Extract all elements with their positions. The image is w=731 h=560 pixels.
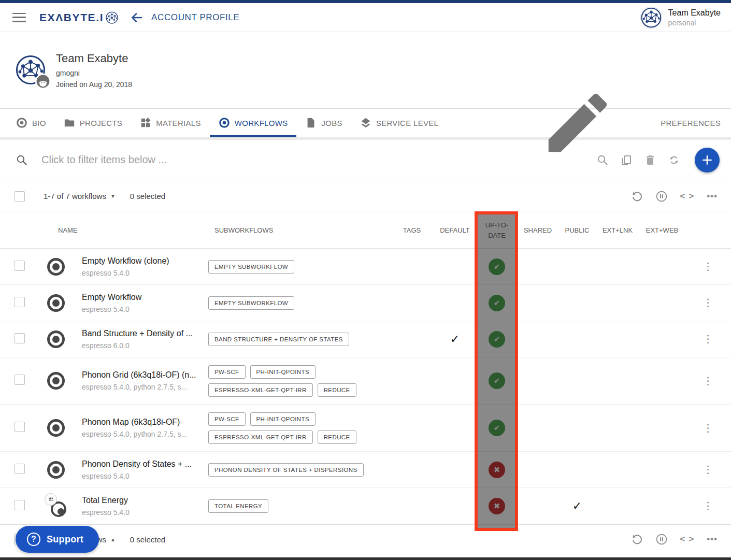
table-row[interactable]: Empty Workflow (clone) espresso 5.4.0 EM… — [0, 249, 731, 285]
disc-icon — [16, 117, 27, 128]
row-menu-icon[interactable]: ⋮ — [703, 333, 713, 344]
col-header-tags[interactable]: TAGS — [391, 225, 433, 236]
code-icon-button[interactable]: < > — [680, 534, 695, 544]
subworkflow-chip[interactable]: EMPTY SUBWORKFLOW — [208, 296, 294, 310]
col-header-subworkflows[interactable]: SUBWORKFLOWS — [207, 225, 391, 236]
row-menu-icon[interactable]: ⋮ — [703, 375, 713, 386]
tab-workflows[interactable]: WORKFLOWS — [210, 109, 297, 137]
preferences-button[interactable]: PREFERENCES — [500, 109, 721, 137]
table-row[interactable]: Empty Workflow espresso 5.4.0 EMPTY SUBW… — [0, 285, 731, 321]
subworkflow-chip[interactable]: EMPTY SUBWORKFLOW — [208, 260, 294, 274]
tab-jobs[interactable]: JOBS — [296, 109, 351, 137]
profile-username: gmogni — [56, 69, 132, 77]
row-checkbox[interactable] — [15, 500, 25, 510]
tab-bio[interactable]: BIO — [7, 109, 55, 137]
workflow-name[interactable]: Empty Workflow — [82, 293, 207, 302]
filter-input[interactable] — [41, 154, 588, 166]
undo-icon-button[interactable] — [630, 190, 643, 203]
col-header-ext-web[interactable]: EXT+WEB — [639, 225, 685, 236]
row-menu-icon[interactable]: ⋮ — [703, 261, 713, 272]
workflow-name[interactable]: Total Energy — [82, 496, 207, 505]
col-header-up-to-date[interactable]: UP-TO-DATE — [477, 220, 517, 240]
row-checkbox[interactable] — [15, 464, 25, 474]
pause-icon-button[interactable] — [655, 533, 668, 545]
subworkflow-chip[interactable]: TOTAL ENERGY — [208, 499, 268, 513]
workflow-record-icon — [47, 331, 65, 348]
menu-icon[interactable] — [12, 13, 26, 22]
search-icon-button[interactable] — [596, 154, 609, 166]
row-checkbox[interactable] — [15, 422, 25, 432]
more-icon-button[interactable]: ••• — [707, 191, 718, 202]
more-icon-button[interactable]: ••• — [707, 534, 718, 544]
subworkflow-chip[interactable]: PH-INIT-QPOINTS — [250, 365, 316, 379]
pagination-range: 1-7 of 7 workflows — [44, 192, 106, 200]
table-row[interactable]: Band Structure + Density of ... espresso… — [0, 321, 731, 357]
workflow-name[interactable]: Empty Workflow (clone) — [82, 256, 207, 266]
workflow-name[interactable]: Phonon Map (6k3q18i-OF) — [82, 418, 207, 427]
subworkflow-chip[interactable]: BAND STRUCTURE + DENSITY OF STATES — [208, 333, 349, 346]
shared-workflow-icon — [45, 495, 67, 517]
support-label: Support — [47, 534, 83, 545]
copy-icon-button[interactable] — [620, 154, 633, 166]
row-menu-icon[interactable]: ⋮ — [703, 422, 713, 434]
col-header-name[interactable]: NAME — [39, 225, 207, 236]
workflows-table: NAME SUBWORKFLOWS TAGS DEFAULT UP-TO-DAT… — [0, 212, 731, 524]
tab-label: WORKFLOWS — [235, 119, 288, 127]
subworkflow-chip[interactable]: PW-SCF — [208, 365, 246, 379]
support-button[interactable]: ? Support — [16, 526, 99, 553]
row-menu-icon[interactable]: ⋮ — [703, 500, 713, 511]
table-row[interactable]: Phonon Map (6k3q18i-OF) espresso 5.4.0, … — [0, 405, 731, 452]
code-icon-button[interactable]: < > — [680, 191, 695, 202]
tab-service-level[interactable]: SERVICE LEVEL — [351, 109, 447, 137]
document-icon — [305, 117, 317, 128]
user-face-badge-icon — [35, 74, 51, 89]
logo[interactable]: EXΛBYTE.I — [39, 11, 118, 24]
sync-icon-button[interactable] — [668, 154, 680, 166]
profile-tabs: BIO PROJECTS MATERIALS WORKFLOWS JOBS SE… — [0, 109, 731, 137]
tab-materials[interactable]: MATERIALS — [131, 109, 210, 137]
subworkflow-chip[interactable]: ESPRESSO-XML-GET-QPT-IRR — [208, 430, 313, 444]
pagination-range-dropdown[interactable]: 1-7 of 7 workflows ▼ — [44, 192, 116, 200]
subworkflow-chip[interactable]: PH-INIT-QPOINTS — [250, 412, 316, 426]
account-type: personal — [668, 19, 721, 27]
public-check-icon: ✓ — [572, 499, 582, 512]
col-header-shared[interactable]: SHARED — [517, 225, 558, 236]
trash-icon-button[interactable] — [644, 154, 656, 166]
workflow-name[interactable]: Phonon Grid (6k3q18i-OF) (n... — [82, 370, 207, 380]
account-switcher[interactable]: Team Exabyte personal — [668, 8, 721, 27]
add-workflow-fab[interactable] — [695, 148, 720, 173]
pause-icon-button[interactable] — [655, 190, 668, 203]
workflow-name[interactable]: Phonon Density of States + ... — [82, 460, 207, 469]
up-to-date-cell: ✔ — [477, 372, 517, 389]
tab-projects[interactable]: PROJECTS — [55, 109, 131, 137]
up-to-date-cell: ✖ — [477, 462, 517, 478]
subworkflow-chip[interactable]: PW-SCF — [208, 412, 246, 426]
col-header-default[interactable]: DEFAULT — [433, 225, 477, 236]
col-header-ext-lnk[interactable]: EXT+LNK — [596, 225, 639, 236]
workflow-version: espresso 5.4.0 — [82, 269, 207, 277]
subworkflow-chip[interactable]: REDUCE — [318, 383, 356, 397]
workflow-version: espresso 5.4.0, python 2.7.5, s... — [82, 430, 207, 438]
row-menu-icon[interactable]: ⋮ — [703, 464, 713, 475]
profile-joined: Joined on Aug 20, 2018 — [56, 80, 132, 89]
row-menu-icon[interactable]: ⋮ — [703, 297, 713, 308]
row-checkbox[interactable] — [15, 333, 25, 343]
subworkflow-chip[interactable]: PHONON DENSITY OF STATES + DISPERSIONS — [208, 463, 364, 477]
row-checkbox[interactable] — [15, 261, 25, 271]
row-checkbox[interactable] — [15, 297, 25, 307]
tab-label: MATERIALS — [156, 119, 201, 127]
workflow-version: espresso 5.4.0 — [82, 472, 207, 480]
col-header-public[interactable]: PUBLIC — [558, 225, 596, 236]
subworkflow-chip[interactable]: REDUCE — [318, 430, 356, 444]
subworkflow-chip[interactable]: ESPRESSO-XML-GET-QPT-IRR — [208, 383, 313, 397]
undo-icon-button[interactable] — [630, 533, 643, 545]
plus-icon — [700, 153, 714, 167]
table-row[interactable]: Phonon Grid (6k3q18i-OF) (n... espresso … — [0, 357, 731, 405]
table-row[interactable]: Total Energy espresso 5.4.0 TOTAL ENERGY… — [0, 488, 731, 524]
row-checkbox[interactable] — [15, 375, 25, 385]
table-row[interactable]: Phonon Density of States + ... espresso … — [0, 452, 731, 488]
account-avatar[interactable] — [640, 7, 662, 28]
select-all-checkbox[interactable] — [15, 191, 25, 202]
workflow-name[interactable]: Band Structure + Density of ... — [82, 329, 207, 338]
back-arrow-icon[interactable] — [130, 10, 144, 25]
